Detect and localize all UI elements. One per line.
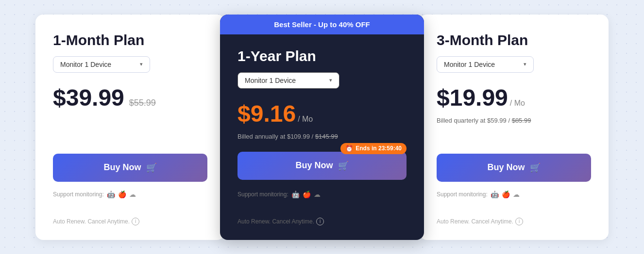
price-original-one-month: $55.99 xyxy=(129,98,156,108)
buy-button-one-year[interactable]: Buy Now 🛒 xyxy=(237,152,407,180)
billed-info-one-year: Billed annually at $109.99 / $145.99 xyxy=(237,133,407,140)
billed-strikethrough-three-month: $85.99 xyxy=(512,117,531,124)
chevron-down-icon: ▾ xyxy=(524,61,526,67)
cart-icon: 🛒 xyxy=(530,162,541,173)
plan-name-one-month: 1-Month Plan xyxy=(53,32,207,48)
timer-badge-wrapper: ⏰ Ends in 23:59:40 Buy Now 🛒 xyxy=(237,152,407,189)
cloud-icon: ☁ xyxy=(513,190,520,198)
cart-icon: 🛒 xyxy=(146,162,157,173)
price-row-one-year: $9.16 / Mo xyxy=(237,100,407,127)
android-icon: 🤖 xyxy=(107,190,115,198)
pricing-cards-container: 1-Month Plan Monitor 1 Device ▾ $39.99 $… xyxy=(11,15,633,240)
chevron-down-icon: ▾ xyxy=(329,77,332,83)
best-seller-banner: Best Seller - Up to 40% OFF xyxy=(220,15,424,34)
plan-name-one-year: 1-Year Plan xyxy=(237,48,407,64)
billed-info-three-month: Billed quarterly at $59.99 / $85.99 xyxy=(437,117,591,124)
info-icon-three-month[interactable]: i xyxy=(515,218,523,225)
android-icon: 🤖 xyxy=(491,190,499,198)
auto-renew-label-three-month: Auto Renew. Cancel Anytime. xyxy=(437,218,513,225)
buy-label-one-month: Buy Now xyxy=(103,162,141,173)
auto-renew-label-one-year: Auto Renew. Cancel Anytime. xyxy=(237,218,314,225)
auto-renew-three-month: Auto Renew. Cancel Anytime. i xyxy=(437,218,591,225)
cloud-icon: ☁ xyxy=(314,190,321,198)
buy-button-three-month[interactable]: Buy Now 🛒 xyxy=(437,154,591,182)
price-period-one-year: / Mo xyxy=(298,115,313,124)
price-main-three-month: $19.99 xyxy=(437,84,508,111)
billed-strikethrough-one-year: $145.99 xyxy=(315,133,338,140)
support-label-one-month: Support monitoring: xyxy=(53,191,104,198)
info-icon-one-month[interactable]: i xyxy=(132,218,139,225)
alarm-icon: ⏰ xyxy=(345,145,353,152)
chevron-down-icon: ▾ xyxy=(140,61,143,67)
auto-renew-label-one-month: Auto Renew. Cancel Anytime. xyxy=(53,218,130,225)
price-main-one-month: $39.99 xyxy=(53,84,124,111)
card-featured-inner: 1-Year Plan Monitor 1 Device ▾ $9.16 / M… xyxy=(220,34,424,240)
buy-label-one-year: Buy Now xyxy=(295,160,333,171)
support-monitoring-one-year: Support monitoring: 🤖 🍎 ☁ xyxy=(237,190,407,198)
card-three-month: 3-Month Plan Monitor 1 Device ▾ $19.99 /… xyxy=(419,15,609,240)
info-icon-one-year[interactable]: i xyxy=(316,218,324,225)
price-period-three-month: / Mo xyxy=(510,99,525,108)
auto-renew-one-year: Auto Renew. Cancel Anytime. i xyxy=(237,218,407,225)
card-one-year: Best Seller - Up to 40% OFF 1-Year Plan … xyxy=(220,15,424,240)
buy-label-three-month: Buy Now xyxy=(487,162,525,173)
price-row-three-month: $19.99 / Mo xyxy=(437,84,591,111)
price-main-one-year: $9.16 xyxy=(237,100,296,127)
device-select-one-month[interactable]: Monitor 1 Device ▾ xyxy=(53,56,150,73)
timer-label: Ends in 23:59:40 xyxy=(356,145,402,152)
buy-button-one-month[interactable]: Buy Now 🛒 xyxy=(53,154,207,182)
cloud-icon: ☁ xyxy=(129,190,136,198)
device-select-label-one-month: Monitor 1 Device xyxy=(60,61,111,68)
device-select-three-month[interactable]: Monitor 1 Device ▾ xyxy=(437,56,534,73)
timer-badge: ⏰ Ends in 23:59:40 xyxy=(340,143,407,154)
support-monitoring-three-month: Support monitoring: 🤖 🍎 ☁ xyxy=(437,190,591,198)
auto-renew-one-month: Auto Renew. Cancel Anytime. i xyxy=(53,218,207,225)
support-label-one-year: Support monitoring: xyxy=(237,191,288,198)
plan-name-three-month: 3-Month Plan xyxy=(437,32,591,48)
support-label-three-month: Support monitoring: xyxy=(437,191,488,198)
apple-icon: 🍎 xyxy=(118,190,126,198)
android-icon: 🤖 xyxy=(291,190,300,198)
card-one-month: 1-Month Plan Monitor 1 Device ▾ $39.99 $… xyxy=(35,15,225,240)
support-monitoring-one-month: Support monitoring: 🤖 🍎 ☁ xyxy=(53,190,207,198)
device-select-label-three-month: Monitor 1 Device xyxy=(444,61,495,68)
cart-icon: 🛒 xyxy=(338,160,349,171)
price-row-one-month: $39.99 $55.99 xyxy=(53,84,207,111)
apple-icon: 🍎 xyxy=(502,190,510,198)
device-select-label-one-year: Monitor 1 Device xyxy=(245,77,296,84)
apple-icon: 🍎 xyxy=(303,190,311,198)
device-select-one-year[interactable]: Monitor 1 Device ▾ xyxy=(237,72,339,89)
